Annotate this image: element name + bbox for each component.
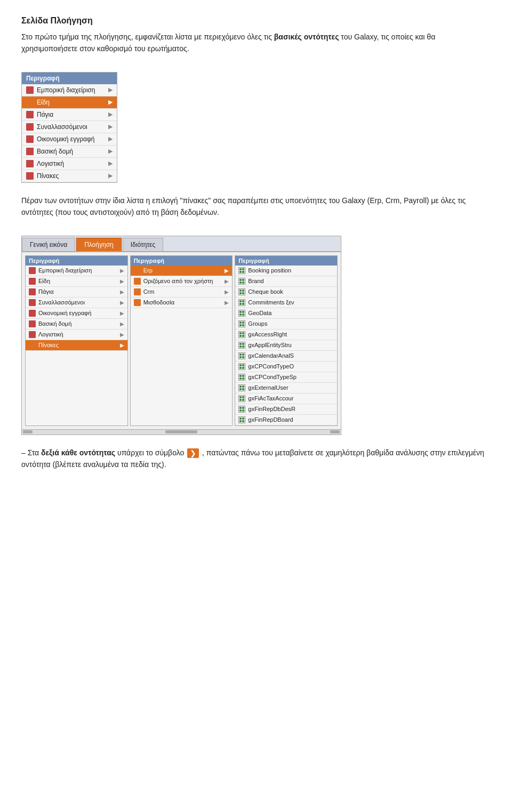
arrow-button-icon: ❯ — [187, 448, 199, 458]
nav-item-icon — [26, 99, 34, 106]
col-item-label: Commitments ξεν — [248, 299, 334, 305]
col-item-label: Πίνακες — [38, 342, 119, 348]
col3-item-14[interactable]: gxFinRepDBoard — [235, 415, 337, 425]
mid-paragraph: Πέραν των οντοτήτων στην ίδια λίστα η επ… — [21, 195, 491, 219]
col3-item-13[interactable]: gxFinRepDbDesR — [235, 404, 337, 415]
col-item-label: Λογιστική — [38, 331, 119, 337]
col-item-icon — [29, 278, 36, 285]
col-item-icon — [29, 320, 36, 327]
nav-item-icon — [26, 111, 34, 118]
nav-item-arrow-icon: ▶ — [108, 111, 113, 118]
col3-item-3[interactable]: Commitments ξεν — [235, 298, 337, 308]
col-item-label: gxCalendarAnalS — [248, 352, 334, 359]
page-title: Σελίδα Πλοήγηση — [21, 16, 491, 26]
col3-item-5[interactable]: Groups — [235, 319, 337, 329]
col3-item-6[interactable]: gxAccessRight — [235, 329, 337, 340]
col-item-icon — [134, 267, 141, 274]
col3-item-7[interactable]: gxApplEntityStru — [235, 340, 337, 351]
col-item-arrow-icon: ▶ — [120, 332, 124, 337]
col2-header: Περιγραφή — [131, 256, 233, 266]
col1-item-1[interactable]: Είδη▶ — [26, 276, 127, 287]
col3-item-12[interactable]: gxFiAcTaxAccour — [235, 393, 337, 404]
col3-item-2[interactable]: Cheque book — [235, 287, 337, 298]
first-panel-item-1[interactable]: Είδη▶ — [22, 97, 117, 109]
nav-item-arrow-icon: ▶ — [108, 172, 113, 179]
col3-item-0[interactable]: Booking position — [235, 266, 337, 276]
col2-item-1[interactable]: Οριζόμενο από τον χρήστη▶ — [131, 276, 233, 287]
first-panel-item-4[interactable]: Οικονομική εγγραφή▶ — [22, 133, 117, 146]
col3-item-8[interactable]: gxCalendarAnalS — [235, 351, 337, 361]
col1-item-5[interactable]: Βασική δομή▶ — [26, 319, 127, 329]
first-panel-screenshot: Περιγραφή Εμπορική διαχείριση▶Είδη▶Πάγια… — [21, 72, 117, 183]
nav-item-label: Εμπορική διαχείριση — [37, 86, 106, 94]
nav-item-arrow-icon: ▶ — [108, 99, 113, 106]
col1-item-3[interactable]: Συναλλασσόμενοι▶ — [26, 298, 127, 308]
first-panel-item-5[interactable]: Βασική δομή▶ — [22, 146, 117, 158]
col-item-label: Μισθοδοσία — [143, 299, 224, 305]
first-panel-item-7[interactable]: Πίνακες▶ — [22, 170, 117, 182]
col-item-arrow-icon: ▶ — [120, 289, 124, 295]
col2: Περιγραφή Erp▶Οριζόμενο από τον χρήστη▶C… — [130, 255, 233, 426]
col-item-label: Πάγια — [38, 288, 119, 295]
tab-0[interactable]: Γενική εικόνα — [22, 238, 75, 251]
scroll-bar[interactable] — [22, 429, 341, 435]
col-item-arrow-icon: ▶ — [120, 300, 124, 305]
col-item-icon — [29, 267, 36, 274]
intro-bold: βασικές οντότητες — [274, 33, 339, 41]
col3-item-1[interactable]: Brand — [235, 276, 337, 287]
col-item-label: Συναλλασσόμενοι — [38, 299, 119, 305]
col-item-label: Groups — [248, 320, 334, 327]
footer-text-after: υπάρχει το σύμβολο — [115, 448, 184, 457]
intro-text-before: Στο πρώτο τμήμα της πλοήγησης, εμφανίζετ… — [21, 33, 274, 41]
col-item-arrow-icon: ▶ — [120, 268, 124, 274]
col-item-icon — [29, 288, 36, 295]
col2-item-0[interactable]: Erp▶ — [131, 266, 233, 276]
col3-item-11[interactable]: gxExternalUser — [235, 383, 337, 393]
col-item-icon — [29, 299, 36, 306]
col-item-arrow-icon: ▶ — [225, 289, 229, 295]
nav-item-icon — [26, 172, 34, 180]
col3-item-4[interactable]: GeoData — [235, 308, 337, 319]
col1-item-2[interactable]: Πάγια▶ — [26, 287, 127, 298]
col3: Περιγραφή Booking positionBrandCheque bo… — [235, 255, 338, 426]
first-panel-item-3[interactable]: Συναλλασσόμενοι▶ — [22, 121, 117, 133]
nav-item-label: Πίνακες — [37, 172, 106, 180]
col-item-arrow-icon: ▶ — [120, 278, 124, 284]
first-panel-item-0[interactable]: Εμπορική διαχείριση▶ — [22, 84, 117, 97]
col-item-label: Crm — [143, 288, 224, 295]
col-item-label: gxCPCondTypeSp — [248, 374, 334, 380]
footer-bold: δεξιά κάθε οντότητας — [41, 448, 115, 457]
tab-1[interactable]: Πλοήγηση — [76, 238, 122, 251]
col1-item-7[interactable]: Πίνακες▶ — [26, 340, 127, 351]
col1-item-4[interactable]: Οικονομική εγγραφή▶ — [26, 308, 127, 319]
nav-item-arrow-icon: ▶ — [108, 123, 113, 130]
nav-item-label: Είδη — [37, 99, 106, 106]
first-panel-item-6[interactable]: Λογιστική▶ — [22, 158, 117, 170]
col-item-label: Εμπορική διαχείριση — [38, 267, 119, 274]
col1-header: Περιγραφή — [26, 256, 127, 266]
nav-item-icon — [26, 86, 34, 94]
col-item-label: GeoData — [248, 310, 334, 316]
col3-item-9[interactable]: gxCPCondTypeO — [235, 361, 337, 372]
nav-item-arrow-icon: ▶ — [108, 148, 113, 155]
col2-item-2[interactable]: Crm▶ — [131, 287, 233, 298]
col-item-label: gxFinRepDBoard — [248, 416, 334, 423]
col-item-label: gxFiAcTaxAccour — [248, 395, 334, 401]
col-item-icon — [29, 342, 36, 349]
tab-2[interactable]: Ιδιότητες — [123, 238, 163, 251]
col1-item-0[interactable]: Εμπορική διαχείριση▶ — [26, 266, 127, 276]
intro-paragraph: Στο πρώτο τμήμα της πλοήγησης, εμφανίζετ… — [21, 31, 491, 55]
col-item-icon — [29, 331, 36, 338]
col-item-label: gxFinRepDbDesR — [248, 406, 334, 412]
col3-header: Περιγραφή — [235, 256, 337, 266]
col3-item-10[interactable]: gxCPCondTypeSp — [235, 372, 337, 383]
first-panel-item-2[interactable]: Πάγια▶ — [22, 109, 117, 121]
nav-item-label: Πάγια — [37, 111, 106, 118]
col2-item-3[interactable]: Μισθοδοσία▶ — [131, 298, 233, 308]
nav-item-arrow-icon: ▶ — [108, 86, 113, 93]
first-nav-panel: Περιγραφή Εμπορική διαχείριση▶Είδη▶Πάγια… — [21, 72, 117, 183]
col-item-label: gxAccessRight — [248, 331, 334, 337]
col1-item-6[interactable]: Λογιστική▶ — [26, 329, 127, 340]
col-item-arrow-icon: ▶ — [225, 300, 229, 305]
col-item-arrow-icon: ▶ — [225, 268, 229, 274]
